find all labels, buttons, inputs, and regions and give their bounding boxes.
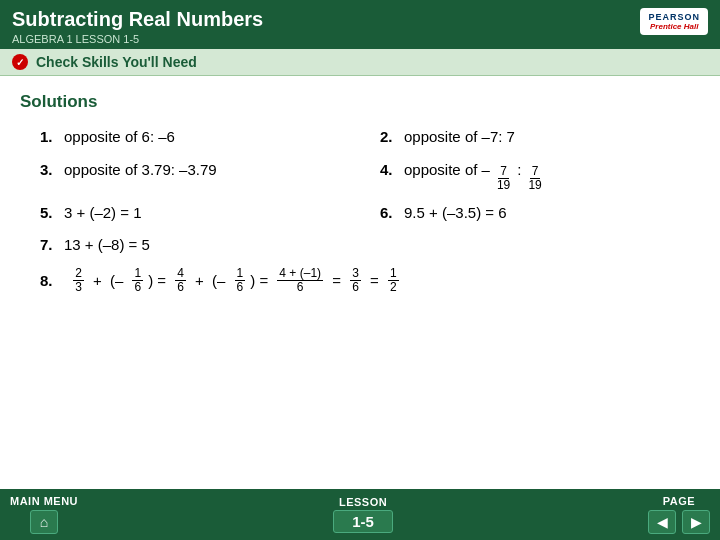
solution-8-frac7: 1 2 bbox=[388, 267, 399, 294]
solution-1-text: opposite of 6: –6 bbox=[64, 126, 175, 149]
solution-4-num: 4. bbox=[380, 159, 400, 182]
next-page-button[interactable]: ▶ bbox=[682, 510, 710, 534]
header-left: Subtracting Real Numbers ALGEBRA 1 LESSO… bbox=[12, 8, 263, 45]
footer: MAIN MENU ⌂ LESSON 1-5 PAGE ◀ ▶ bbox=[0, 489, 720, 540]
solution-4-fraction1: 7 19 bbox=[495, 165, 512, 192]
solution-5: 5. 3 + (–2) = 1 bbox=[40, 202, 360, 225]
solution-5-text: 3 + (–2) = 1 bbox=[64, 202, 142, 225]
footer-right: PAGE ◀ ▶ bbox=[648, 495, 710, 534]
prev-page-button[interactable]: ◀ bbox=[648, 510, 676, 534]
lesson-badge: 1-5 bbox=[333, 510, 393, 533]
solution-4-colon: : bbox=[517, 159, 521, 182]
sol8-eq2: = bbox=[328, 272, 345, 289]
page-navigation: ◀ ▶ bbox=[648, 510, 710, 534]
sol8-paren1: (– bbox=[110, 272, 128, 289]
sol8-paren2: (– bbox=[212, 272, 230, 289]
sol8-cparen1: ) = bbox=[148, 272, 170, 289]
header: Subtracting Real Numbers ALGEBRA 1 LESSO… bbox=[0, 0, 720, 49]
solution-7-empty bbox=[380, 234, 700, 257]
footer-center: LESSON 1-5 bbox=[333, 496, 393, 533]
solution-8: 8. 2 3 + (– 1 6 ) = 4 6 + (– 1 6 bbox=[40, 267, 700, 294]
solution-6-num: 6. bbox=[380, 202, 400, 225]
solution-2: 2. opposite of –7: 7 bbox=[380, 126, 700, 149]
solution-8-frac5: 4 + (–1) 6 bbox=[277, 267, 323, 294]
check-icon: ✓ bbox=[12, 54, 28, 70]
solutions-title: Solutions bbox=[20, 92, 700, 112]
solution-4-fraction2: 7 19 bbox=[526, 165, 543, 192]
solution-7: 7. 13 + (–8) = 5 bbox=[40, 234, 360, 257]
solutions-grid: 1. opposite of 6: –6 2. opposite of –7: … bbox=[40, 126, 700, 294]
solution-1: 1. opposite of 6: –6 bbox=[40, 126, 360, 149]
sol8-eq3: = bbox=[366, 272, 383, 289]
solution-6: 6. 9.5 + (–3.5) = 6 bbox=[380, 202, 700, 225]
sol8-plus1: + bbox=[89, 272, 106, 289]
solution-8-frac2: 1 6 bbox=[132, 267, 143, 294]
solution-4-text: opposite of – bbox=[404, 159, 490, 182]
lesson-subtitle: ALGEBRA 1 LESSON 1-5 bbox=[12, 33, 263, 45]
sol8-sp1 bbox=[64, 272, 68, 289]
solution-8-frac4: 1 6 bbox=[235, 267, 246, 294]
solution-3-text: opposite of 3.79: –3.79 bbox=[64, 159, 217, 182]
home-button[interactable]: ⌂ bbox=[30, 510, 58, 534]
footer-left: MAIN MENU ⌂ bbox=[10, 495, 78, 534]
sol8-cparen2: ) = bbox=[250, 272, 272, 289]
banner-text: Check Skills You'll Need bbox=[36, 54, 197, 70]
brand-name: PEARSON bbox=[648, 12, 700, 22]
sol8-plus2: + bbox=[191, 272, 208, 289]
solution-8-num: 8. bbox=[40, 272, 60, 289]
main-menu-label: MAIN MENU bbox=[10, 495, 78, 507]
solution-4: 4. opposite of – 7 19 : 7 19 bbox=[380, 159, 700, 192]
lesson-label: LESSON bbox=[339, 496, 387, 508]
main-content: Solutions 1. opposite of 6: –6 2. opposi… bbox=[0, 76, 720, 310]
solution-8-frac6: 3 6 bbox=[350, 267, 361, 294]
pearson-logo: PEARSON Prentice Hall bbox=[640, 8, 708, 35]
solution-3: 3. opposite of 3.79: –3.79 bbox=[40, 159, 360, 192]
solution-8-frac3: 4 6 bbox=[175, 267, 186, 294]
solution-7-text: 13 + (–8) = 5 bbox=[64, 234, 150, 257]
page-title: Subtracting Real Numbers bbox=[12, 8, 263, 31]
solution-2-num: 2. bbox=[380, 126, 400, 149]
solution-1-num: 1. bbox=[40, 126, 60, 149]
solution-5-num: 5. bbox=[40, 202, 60, 225]
check-skills-banner: ✓ Check Skills You'll Need bbox=[0, 49, 720, 76]
solution-7-num: 7. bbox=[40, 234, 60, 257]
solution-3-num: 3. bbox=[40, 159, 60, 182]
page-label: PAGE bbox=[663, 495, 695, 507]
solution-8-frac1: 2 3 bbox=[73, 267, 84, 294]
solution-6-text: 9.5 + (–3.5) = 6 bbox=[404, 202, 507, 225]
product-name: Prentice Hall bbox=[650, 22, 698, 31]
solution-2-text: opposite of –7: 7 bbox=[404, 126, 515, 149]
